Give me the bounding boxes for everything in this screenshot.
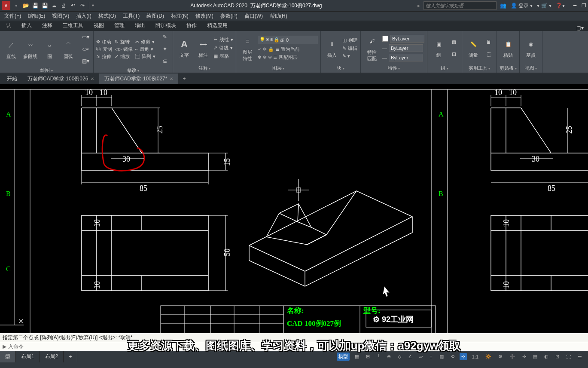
arc-button[interactable]: ⌒圆弧 [60, 38, 77, 61]
table-button[interactable]: ▦ 表格 [213, 53, 233, 59]
layerprops-button[interactable]: ≣图层 特性 [239, 34, 256, 63]
cycling-toggle[interactable]: ⟲ [449, 353, 456, 360]
search-input[interactable]: 键入关键字或短语 [423, 1, 497, 10]
app-menu-button[interactable]: A [2, 1, 10, 10]
linetype-dropdown[interactable]: ByLayer [389, 54, 423, 61]
open-icon[interactable]: 📂 [22, 2, 30, 9]
menu-window[interactable]: 窗口(W) [244, 12, 263, 20]
menu-file[interactable]: 文件(F) [4, 12, 21, 20]
layout-add[interactable]: + [64, 351, 77, 362]
paste-button[interactable]: 📋粘贴 [500, 37, 517, 59]
annomon-toggle[interactable]: ➕ [508, 353, 517, 360]
infocenter-icon[interactable]: 👥 [500, 3, 506, 9]
erase-icon[interactable]: ✎ [160, 32, 170, 42]
menu-edit[interactable]: 编辑(E) [28, 12, 45, 20]
measure-button[interactable]: 📏测量 [465, 37, 482, 59]
scale-button[interactable]: ⤢ 缩放 [115, 53, 133, 60]
signin-button[interactable]: 👤 登录 ▾ [511, 2, 533, 9]
hatch-icon[interactable]: ▨▾ [80, 56, 91, 66]
move-button[interactable]: ✥ 移动 [96, 39, 112, 45]
menu-modify[interactable]: 修改(M) [195, 12, 213, 20]
circle-button[interactable]: ○圆 [41, 38, 58, 61]
annoscale-toggle[interactable]: 🔆 [484, 353, 493, 360]
transparency-toggle[interactable]: ▨ [438, 353, 445, 360]
ungroup-icon[interactable]: ⊠ [449, 37, 459, 47]
rtab-express[interactable]: 精选应用 [202, 20, 233, 31]
layout-model[interactable]: 型 [0, 351, 16, 362]
copy-button[interactable]: ⿻ 复制 [96, 46, 112, 52]
scale-label[interactable]: 1:1 [470, 353, 480, 360]
units-toggle[interactable]: ✢ [521, 353, 528, 360]
close-icon[interactable]: ✕ [170, 77, 173, 81]
matchprops-button[interactable]: 🖌特性 匹配 [363, 34, 381, 63]
trim-button[interactable]: ✂ 修剪 ▾ [135, 39, 155, 45]
stretch-button[interactable]: ⇲ 拉伸 [96, 53, 112, 60]
rtab-3d[interactable]: 三维工具 [58, 20, 88, 31]
customize-button[interactable]: ☰ [576, 353, 584, 360]
redo-icon[interactable]: ↷ [79, 2, 86, 9]
saveas-icon[interactable]: 💾 [41, 2, 49, 9]
help-icon[interactable]: ❓▾ [556, 3, 565, 9]
rtab-addins[interactable]: 附加模块 [150, 20, 181, 31]
start-tab[interactable]: 开始 [2, 74, 22, 84]
menu-dim[interactable]: 标注(N) [171, 12, 189, 20]
linear-button[interactable]: ⊢ 线性 ▾ [213, 37, 233, 43]
color-swatch[interactable] [382, 36, 388, 42]
insert-button[interactable]: ⬇插入 [323, 37, 341, 59]
layout-1[interactable]: 布局1 [16, 351, 40, 362]
restore-button[interactable]: ❐ [582, 3, 586, 9]
create-block-button[interactable]: ◫ 创建 [342, 37, 358, 43]
minimize-button[interactable]: ━ [573, 3, 576, 9]
web-icon[interactable]: ☁ [50, 2, 58, 9]
cleanscreen-toggle[interactable]: ⛶ [564, 353, 573, 360]
rotate-button[interactable]: ↻ 旋转 [115, 39, 133, 45]
isolate-toggle[interactable]: ◐ [542, 353, 550, 360]
new-icon[interactable]: ▫ [12, 2, 20, 9]
lineweight-dropdown[interactable]: ByLayer [389, 44, 423, 52]
model-button[interactable]: 模型 [337, 353, 350, 361]
ortho-toggle[interactable]: └ [375, 353, 382, 360]
menu-format[interactable]: 格式(O) [98, 12, 116, 20]
menu-draw[interactable]: 绘图(D) [146, 12, 164, 20]
rtab-default[interactable]: 认 [1, 20, 16, 31]
hardware-toggle[interactable]: ⊡ [554, 353, 561, 360]
ellipse-icon[interactable]: ⬭▾ [80, 44, 91, 54]
undo-icon[interactable]: ↶ [69, 2, 77, 9]
dyn-toggle[interactable]: ⊹ [460, 353, 467, 360]
offset-icon[interactable]: ⊆ [160, 56, 170, 66]
grid-toggle[interactable]: ▦ [353, 353, 361, 360]
3dosnap-toggle[interactable]: ∠ [406, 353, 414, 360]
calc-icon[interactable]: 🖩 [484, 37, 494, 47]
rtab-output[interactable]: 输出 [130, 20, 150, 31]
leader-button[interactable]: ↗ 引线 ▾ [213, 45, 233, 51]
menu-help[interactable]: 帮助(H) [270, 12, 287, 20]
layer-dropdown[interactable]: 💡☀❄🔒🖨 0 [258, 36, 318, 44]
select-icon[interactable]: ⬚ [484, 49, 494, 59]
groupedit-icon[interactable]: ⊡ [449, 49, 459, 59]
basepoint-button[interactable]: ◉基点 [522, 37, 539, 59]
text-button[interactable]: A文字 [176, 37, 193, 59]
drawing-canvas[interactable]: A B C A B 10 10 25 30 15 85 10 [0, 84, 588, 333]
close-icon[interactable]: ✕ [91, 77, 94, 81]
file-tab-2[interactable]: 万老师CAD学堂-100例027*✕ [99, 74, 178, 84]
rtab-box-icon[interactable]: ▢▾ [576, 25, 584, 31]
array-button[interactable]: ⿳ 阵列 ▾ [135, 53, 155, 60]
plot-icon[interactable]: 🖨 [60, 2, 67, 9]
menu-insert[interactable]: 插入(I) [76, 12, 91, 20]
menu-tools[interactable]: 工具(T) [123, 12, 140, 20]
polyline-button[interactable]: 〰多段线 [21, 38, 39, 61]
fillet-button[interactable]: ⌐ 圆角 ▾ [135, 46, 155, 52]
dim-button[interactable]: ⟷标注 [195, 37, 212, 59]
workspace-toggle[interactable]: ⚙ [497, 353, 504, 360]
menu-view[interactable]: 视图(V) [52, 12, 69, 20]
qprops-toggle[interactable]: ▤ [531, 353, 539, 360]
line-button[interactable]: ／直线 [3, 38, 20, 61]
editattr-button[interactable]: ✎ ▾ [342, 53, 358, 59]
menu-param[interactable]: 参数(P) [220, 12, 238, 20]
rtab-manage[interactable]: 管理 [109, 20, 130, 31]
file-tab-1[interactable]: 万老师CAD学堂-100例026✕ [22, 74, 99, 84]
exchange-icon[interactable]: ▾ 🛒 ▾ [537, 3, 551, 9]
snap-toggle[interactable]: ⊞ [364, 353, 372, 360]
edit-block-button[interactable]: ✎ 编辑 [342, 45, 358, 52]
new-tab-button[interactable]: + [178, 74, 190, 83]
